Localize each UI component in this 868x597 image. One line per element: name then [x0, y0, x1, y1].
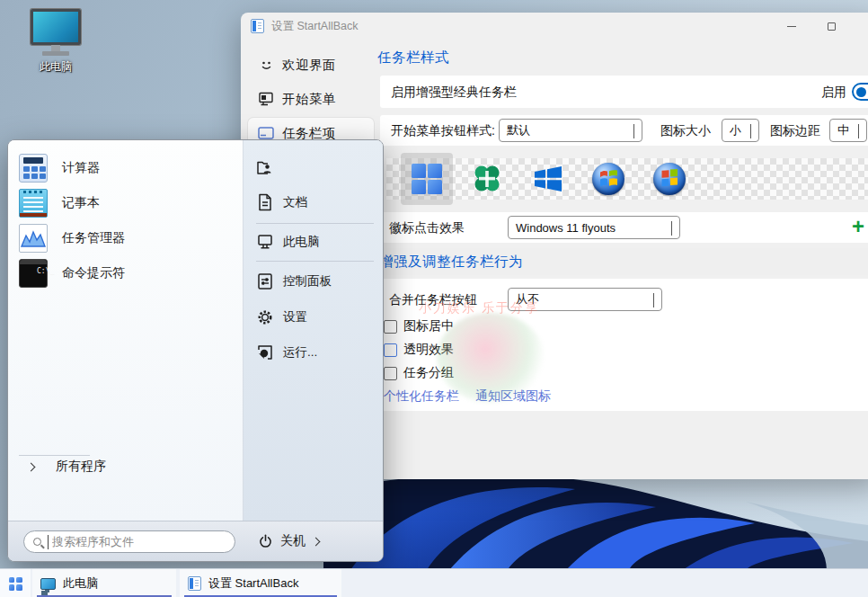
program-item-notepad[interactable]: 记事本 — [13, 187, 237, 219]
icon-margin-value: 中 — [837, 122, 849, 138]
sidebar-item-label: 开始菜单 — [282, 91, 336, 108]
orb-click-dropdown[interactable]: Windows 11 flyouts — [508, 216, 680, 239]
start-menu-programs-panel: 计算器 记事本 任务管理器 C:\_ 命令提示符 — [8, 140, 244, 521]
icon-margin-label: 图标边距 — [770, 123, 820, 139]
windows-start-icon — [9, 577, 22, 591]
place-item-run[interactable]: 运行... — [251, 341, 377, 364]
place-item-settings[interactable]: 设置 — [251, 306, 377, 329]
windows-7-orb-icon — [592, 163, 624, 195]
taskbar-button-this-pc[interactable]: 此电脑 — [32, 569, 176, 597]
link-personalize-taskbar[interactable]: 个性化任务栏 — [384, 388, 459, 405]
program-label: 命令提示符 — [62, 265, 125, 281]
icon-size-label: 图标大小 — [660, 123, 711, 139]
chevron-down-icon — [858, 124, 859, 138]
checkbox-row-transparency[interactable]: 透明效果 — [384, 342, 454, 358]
checkbox-icon[interactable] — [384, 343, 397, 357]
orb-option-windows-7[interactable] — [590, 161, 626, 197]
chevron-down-icon — [671, 221, 672, 236]
window-titlebar[interactable]: 设置 StartAllBack — [241, 13, 868, 40]
orb-style-dropdown[interactable]: 默认 — [499, 119, 642, 142]
behavior-card: 合并任务栏按钮 从不 图标居中 透明效果 任务分组 个性化任务栏 — [380, 279, 868, 411]
checkbox-icon[interactable] — [384, 367, 397, 380]
orb-click-value: Windows 11 flyouts — [516, 221, 616, 235]
link-notification-area-icons[interactable]: 通知区域图标 — [475, 388, 551, 405]
place-item-user-folder[interactable] — [251, 156, 377, 180]
sidebar-item-label: 欢迎界面 — [282, 57, 336, 74]
checkbox-icon[interactable] — [384, 320, 397, 334]
all-programs-button[interactable]: 所有程序 — [8, 456, 106, 477]
maximize-button[interactable] — [811, 13, 851, 40]
chevron-right-icon — [312, 537, 321, 546]
control-panel-icon — [256, 272, 274, 290]
maximize-icon — [828, 22, 836, 31]
orb-click-row: 徽标点击效果 Windows 11 flyouts + — [380, 212, 868, 243]
program-label: 计算器 — [62, 160, 100, 176]
combine-dropdown[interactable]: 从不 — [508, 288, 662, 311]
search-input[interactable] — [48, 535, 209, 549]
program-item-calculator[interactable]: 计算器 — [13, 152, 237, 184]
run-icon — [256, 343, 274, 361]
task-manager-icon — [19, 224, 48, 253]
enable-toggle[interactable] — [852, 83, 868, 101]
notepad-icon — [19, 189, 48, 218]
icon-size-dropdown[interactable]: 小 — [722, 119, 759, 142]
windows-11-logo-icon — [412, 164, 442, 194]
checkbox-label: 透明效果 — [403, 342, 454, 358]
sidebar-item-welcome[interactable]: 欢迎界面 — [248, 49, 374, 80]
taskbar-button-startallback[interactable]: 设置 StartAllBack — [180, 569, 341, 597]
wallpaper-bloom — [323, 466, 868, 570]
this-pc-icon — [14, 9, 97, 56]
shutdown-button[interactable]: 关机 — [258, 530, 319, 553]
this-pc-taskbar-icon — [40, 578, 56, 590]
place-label: 此电脑 — [283, 234, 320, 250]
orb-picker-strip — [386, 158, 868, 200]
program-item-task-manager[interactable]: 任务管理器 — [13, 222, 237, 254]
start-button[interactable] — [0, 569, 31, 597]
taskbar-button-label: 设置 StartAllBack — [208, 575, 298, 592]
smiley-icon — [257, 58, 275, 73]
taskbar: 此电脑 设置 StartAllBack — [0, 568, 868, 597]
program-label: 任务管理器 — [62, 230, 125, 246]
orb-style-label: 开始菜单按钮样式: — [391, 123, 495, 139]
settings-content: 任务栏样式 启用增强型经典任务栏 启用 开始菜单按钮样式: 默认 图标大小 小 — [377, 40, 868, 479]
place-item-this-pc[interactable]: 此电脑 — [251, 230, 377, 254]
minimize-button[interactable] — [772, 13, 811, 40]
divider — [256, 223, 374, 224]
desktop-icon-this-pc[interactable]: 此电脑 — [14, 9, 97, 75]
shutdown-label: 关机 — [280, 533, 306, 549]
windows-10-logo-icon — [532, 163, 564, 195]
computer-icon — [256, 233, 274, 251]
startallback-app-icon — [251, 19, 264, 33]
orb-option-clover[interactable] — [469, 161, 505, 197]
orb-option-windows-vista[interactable] — [651, 161, 687, 197]
program-item-command-prompt[interactable]: C:\_ 命令提示符 — [13, 257, 237, 290]
chevron-right-icon — [27, 462, 36, 471]
desktop: 此电脑 设置 StartAllBack 欢迎界面 开始菜单 任务栏项 — [0, 0, 868, 597]
chevron-down-icon — [633, 124, 634, 138]
checkbox-row-task-grouping[interactable]: 任务分组 — [384, 365, 454, 381]
calculator-icon — [19, 154, 48, 183]
user-folder-icon — [256, 159, 274, 177]
checkbox-label: 任务分组 — [403, 365, 454, 381]
checkbox-row-center-icons[interactable]: 图标居中 — [384, 318, 454, 334]
start-menu-places-panel: 文档 此电脑 控制面板 设置 — [244, 140, 383, 521]
chevron-down-icon — [653, 293, 654, 307]
taskbar-item-icon — [257, 127, 275, 139]
startallback-taskbar-icon — [188, 576, 201, 591]
enable-classic-taskbar-row: 启用增强型经典任务栏 启用 — [380, 76, 868, 108]
icon-margin-dropdown[interactable]: 中 — [829, 119, 867, 142]
sidebar-item-start-menu[interactable]: 开始菜单 — [248, 84, 374, 114]
orb-option-windows-10[interactable] — [530, 161, 566, 197]
add-effect-button[interactable]: + — [852, 218, 864, 236]
place-item-documents[interactable]: 文档 — [251, 191, 377, 214]
window-title: 设置 StartAllBack — [271, 19, 359, 34]
icon-size-value: 小 — [730, 122, 741, 138]
orb-option-windows-11[interactable] — [409, 161, 445, 197]
search-box[interactable] — [23, 530, 235, 553]
windows-vista-orb-icon — [653, 163, 686, 195]
divider — [256, 261, 374, 262]
place-item-control-panel[interactable]: 控制面板 — [251, 270, 377, 293]
place-label: 控制面板 — [283, 273, 332, 290]
all-programs-label: 所有程序 — [56, 459, 106, 475]
section-title-behavior: 增强及调整任务栏行为 — [379, 253, 523, 272]
